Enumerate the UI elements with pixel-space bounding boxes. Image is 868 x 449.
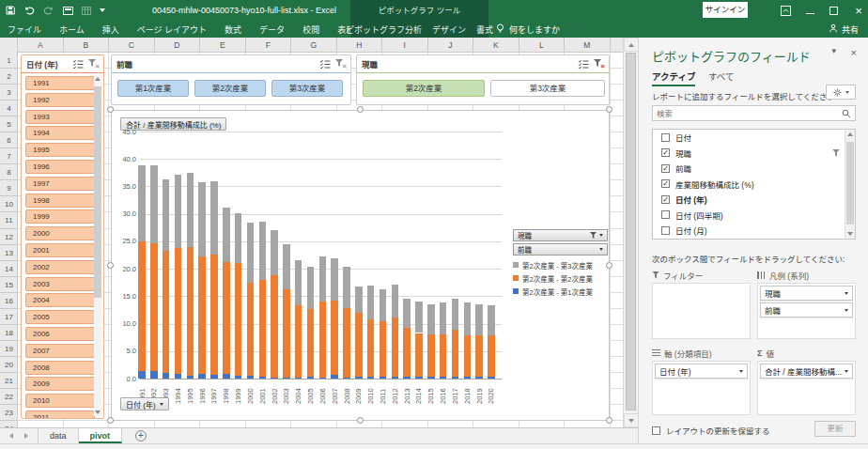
column-header-E[interactable]: E [200,38,246,53]
row-header-5[interactable]: 5 [0,116,18,132]
bar-segment[interactable] [283,378,290,379]
slicer-item-1993[interactable]: 1993 [25,110,95,124]
ribbon-tab-4[interactable]: 数式 [225,23,241,36]
row-header-21[interactable]: 21 [0,373,18,389]
bar-segment[interactable] [223,208,230,262]
bar-segment[interactable] [331,375,338,379]
field-checkbox[interactable]: ✓ [661,195,670,204]
scroll-up-icon[interactable] [624,38,639,52]
bar-1998[interactable] [223,208,230,379]
slicer-date-scrollbar[interactable] [94,75,101,416]
bar-segment[interactable] [295,260,302,305]
bar-segment[interactable] [464,377,472,379]
bar-2006[interactable] [319,256,327,379]
selection-handle[interactable] [107,417,114,424]
row-header-15[interactable]: 15 [0,277,18,293]
area-filters-box[interactable] [652,283,751,339]
bar-segment[interactable] [475,335,483,377]
bar-segment[interactable] [271,230,278,276]
bar-1992[interactable] [150,165,158,379]
redo-icon[interactable] [43,6,54,15]
field-search-box[interactable] [652,105,856,121]
field-checkbox[interactable]: ✓ [661,148,670,157]
column-header-I[interactable]: I [382,38,428,53]
slicer-item-0[interactable]: 第1次産業 [117,80,189,97]
bar-2002[interactable] [271,230,278,379]
close-button[interactable]: × [853,5,864,16]
row-header-4[interactable]: 4 [0,101,18,116]
bar-segment[interactable] [392,317,399,377]
bar-segment[interactable] [198,374,206,379]
bar-segment[interactable] [403,299,411,329]
row-header-23[interactable]: 23 [0,405,18,421]
ribbon-tab-6[interactable]: 校閲 [302,23,319,36]
bar-2005[interactable] [307,267,315,379]
bar-segment[interactable] [367,319,375,376]
bar-1997[interactable] [210,181,218,379]
bar-segment[interactable] [355,377,363,379]
bar-segment[interactable] [223,262,230,374]
slicer-item-2011[interactable]: 2011 [25,410,95,419]
column-header-F[interactable]: F [246,38,292,53]
row-header-14[interactable]: 14 [0,261,18,277]
bar-1995[interactable] [187,173,194,379]
field-item-1[interactable]: ✓現職 [653,146,855,162]
pane-tab-active[interactable]: アクティブ [652,70,695,86]
print-preview-icon[interactable] [63,7,73,15]
bar-segment[interactable] [488,335,495,377]
column-header-A[interactable]: A [18,38,64,53]
column-header-L[interactable]: L [519,38,566,53]
bar-segment[interactable] [295,305,302,378]
minimize-button[interactable] [806,13,814,14]
bar-segment[interactable] [150,243,158,372]
bar-segment[interactable] [367,286,375,319]
bar-segment[interactable] [475,377,483,379]
bar-2011[interactable] [380,289,387,379]
bar-segment[interactable] [271,378,278,379]
bar-segment[interactable] [163,179,170,252]
bar-segment[interactable] [319,378,327,379]
bar-segment[interactable] [175,248,182,374]
bar-segment[interactable] [307,267,315,309]
bar-1999[interactable] [235,213,242,379]
slicer-item-2009[interactable]: 2009 [25,377,95,391]
bar-2010[interactable] [367,286,375,379]
slicer-item-1995[interactable]: 1995 [25,143,95,157]
undo-icon[interactable] [23,6,35,15]
chart-axis-field-button[interactable]: 日付 (年) [120,397,169,410]
clear-filter-icon[interactable]: × [335,59,346,69]
bar-2001[interactable] [259,222,267,379]
multi-select-icon[interactable] [72,59,84,69]
bar-2009[interactable] [355,286,363,379]
bar-segment[interactable] [223,374,230,379]
scroll-down-icon[interactable] [95,410,101,414]
field-item-2[interactable]: ✓前職 [653,161,855,177]
bar-segment[interactable] [415,333,423,377]
slicer-previous-job[interactable]: 前職 × 第1次産業第2次産業第3次産業 [111,54,351,105]
bar-segment[interactable] [235,263,242,376]
sheet-next-icon[interactable] [24,433,28,439]
selection-handle[interactable] [606,417,612,424]
field-checkbox[interactable]: ✓ [661,179,670,188]
table-tool-icon[interactable] [82,7,91,15]
bar-2017[interactable] [452,299,459,379]
slicer-item-1997[interactable]: 1997 [25,177,95,191]
area-values-box[interactable]: 合計 / 産業間移動構... [757,361,856,415]
bar-segment[interactable] [187,247,194,376]
contextual-tab-0[interactable]: ピボットグラフ分析 [346,23,422,36]
bar-segment[interactable] [235,376,242,379]
bar-segment[interactable] [259,377,267,379]
bar-segment[interactable] [464,302,472,334]
row-header-6[interactable]: 6 [0,132,18,148]
bar-segment[interactable] [403,328,411,376]
slicer-item-1[interactable]: 第2次産業 [194,80,266,97]
column-header-J[interactable]: J [428,38,474,53]
pane-tab-all[interactable]: すべて [708,70,734,83]
bar-1994[interactable] [175,175,182,379]
bar-1991[interactable] [138,165,146,379]
sheet-prev-icon[interactable] [9,433,13,439]
bar-2012[interactable] [392,285,399,379]
sheet-tab-pivot[interactable]: pivot [79,428,123,443]
row-header-8[interactable]: 8 [0,164,18,180]
slicer-item-2000[interactable]: 2000 [25,226,95,240]
